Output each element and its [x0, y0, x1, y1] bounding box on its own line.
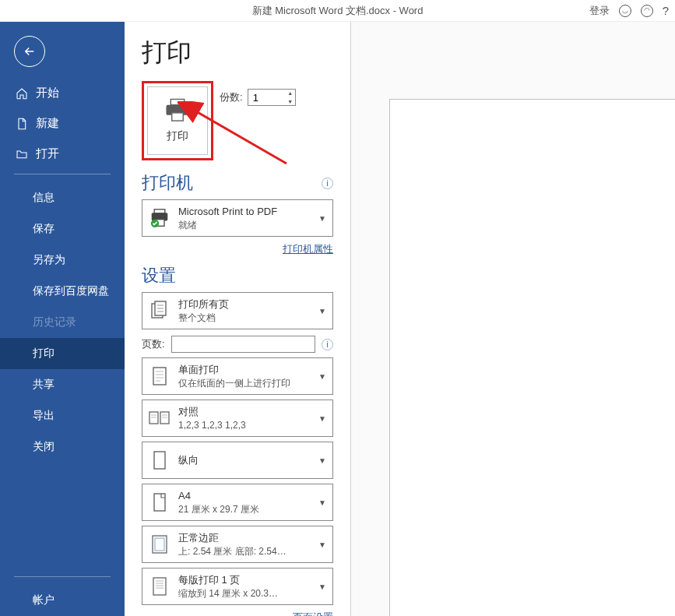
paper-icon [149, 492, 171, 512]
print-settings-pane: 打印 打印 份数: ▲ [125, 22, 350, 616]
pages-input[interactable] [171, 336, 315, 353]
sidebar-item-label: 保存 [33, 222, 54, 234]
chevron-down-icon: ▼ [318, 583, 326, 591]
chevron-down-icon: ▼ [318, 540, 326, 549]
sidebar-separator [14, 576, 111, 577]
portrait-icon [149, 450, 171, 470]
sidebar-separator [14, 174, 111, 174]
info-icon[interactable]: i [322, 178, 333, 189]
chevron-down-icon: ▼ [318, 214, 326, 223]
open-folder-icon [16, 148, 28, 160]
printer-heading: 打印机 [142, 171, 193, 195]
sidebar-item-save[interactable]: 保存 [0, 213, 125, 245]
page-title: 打印 [142, 36, 333, 70]
copies-control: 份数: ▲ ▼ [220, 89, 296, 106]
sidebar-item-label: 开始 [36, 86, 59, 100]
help-button[interactable]: ? [663, 4, 669, 17]
sad-face-icon[interactable]: ◠ [641, 5, 653, 17]
pages-per-sheet-icon [149, 576, 171, 597]
sidebar-item-export[interactable]: 导出 [0, 400, 125, 431]
sidebar-item-open[interactable]: 打开 [0, 139, 125, 169]
sidebar-item-print[interactable]: 打印 [0, 338, 125, 369]
back-arrow-icon [23, 44, 37, 58]
svg-rect-2 [172, 113, 184, 121]
sidebar-item-close[interactable]: 关闭 [0, 431, 125, 463]
dropdown-text: 纵向 [178, 453, 311, 467]
printer-selector[interactable]: Microsoft Print to PDF 就绪 ▼ [142, 199, 333, 237]
pages-per-sheet-selector[interactable]: 每版打印 1 页 缩放到 14 厘米 x 20.3… ▼ [142, 568, 333, 605]
settings-section-header: 设置 [142, 264, 333, 287]
sidebar-item-label: 打印 [33, 347, 54, 359]
sidebar-item-save-baidu[interactable]: 保存到百度网盘 [0, 276, 125, 307]
printer-properties-link[interactable]: 打印机属性 [283, 243, 333, 255]
dropdown-text: A4 21 厘米 x 29.7 厘米 [178, 489, 311, 516]
title-bar-right: 登录 ◡ ◠ ? [589, 4, 669, 18]
sidebar-item-new[interactable]: 新建 [0, 108, 125, 139]
backstage-sidebar: 开始 新建 打开 信息 保存 另存为 保存到百度网盘 历史记录 打印 共享 导出… [0, 22, 125, 616]
sidebar-item-account[interactable]: 帐户 [0, 585, 125, 616]
sidebar-item-saveas[interactable]: 另存为 [0, 245, 125, 276]
orientation-selector[interactable]: 纵向 ▼ [142, 442, 333, 479]
copies-input[interactable] [248, 92, 286, 104]
dropdown-line1: 对照 [178, 405, 311, 419]
svg-rect-16 [155, 538, 164, 551]
single-side-icon [149, 366, 171, 386]
sidebar-item-share[interactable]: 共享 [0, 369, 125, 400]
copies-label: 份数: [220, 90, 243, 104]
paper-size-selector[interactable]: A4 21 厘米 x 29.7 厘米 ▼ [142, 484, 333, 521]
sidebar-item-info[interactable]: 信息 [0, 182, 125, 213]
title-bar: 新建 Microsoft Word 文档.docx - Word 登录 ◡ ◠ … [0, 0, 675, 22]
document-title: 新建 Microsoft Word 文档.docx - Word [252, 4, 424, 18]
sidebar-item-label: 新建 [36, 116, 59, 131]
dropdown-line2: 21 厘米 x 29.7 厘米 [178, 503, 311, 516]
sidebar-item-label: 保存到百度网盘 [33, 284, 109, 297]
chevron-down-icon: ▼ [318, 307, 326, 315]
svg-rect-0 [171, 99, 184, 104]
page-setup-link[interactable]: 页面设置 [293, 611, 333, 616]
collate-selector[interactable]: 对照 1,2,3 1,2,3 1,2,3 ▼ [142, 400, 333, 437]
chevron-down-icon: ▼ [318, 456, 326, 465]
printer-status-icon [149, 209, 171, 227]
dropdown-line1: 每版打印 1 页 [178, 573, 311, 587]
pages-label: 页数: [142, 337, 165, 351]
printer-selector-text: Microsoft Print to PDF 就绪 [178, 205, 311, 231]
dropdown-line1: A4 [178, 489, 311, 503]
spinner-up[interactable]: ▲ [286, 89, 295, 97]
spinner-down[interactable]: ▼ [286, 97, 295, 106]
collate-icon [149, 410, 171, 427]
home-icon [16, 87, 28, 100]
pages-icon [149, 301, 171, 321]
dropdown-line2: 整个文档 [178, 312, 311, 324]
svg-rect-17 [153, 578, 166, 595]
login-link[interactable]: 登录 [589, 4, 610, 18]
smile-face-icon[interactable]: ◡ [619, 5, 631, 17]
preview-page [390, 100, 675, 616]
print-range-selector[interactable]: 打印所有页 整个文档 ▼ [142, 292, 333, 329]
dropdown-line2: 1,2,3 1,2,3 1,2,3 [178, 419, 311, 431]
dropdown-line1: 打印所有页 [178, 297, 311, 312]
sidebar-item-label: 帐户 [33, 593, 54, 606]
dropdown-text: 单面打印 仅在纸面的一侧上进行打印 [178, 363, 311, 389]
dropdown-line1: 单面打印 [178, 363, 311, 377]
chevron-down-icon: ▼ [318, 372, 326, 381]
sidebar-subgroup: 信息 保存 另存为 保存到百度网盘 历史记录 打印 共享 导出 关闭 [0, 182, 125, 463]
svg-point-3 [184, 107, 187, 110]
margins-icon [149, 534, 171, 554]
dropdown-line2: 缩放到 14 厘米 x 20.3… [178, 587, 311, 600]
sides-selector[interactable]: 单面打印 仅在纸面的一侧上进行打印 ▼ [142, 357, 333, 395]
content-area: 打印 打印 份数: ▲ [125, 22, 675, 616]
printer-name: Microsoft Print to PDF [178, 205, 311, 219]
sidebar-item-label: 共享 [33, 378, 54, 390]
info-icon[interactable]: i [322, 339, 333, 350]
sidebar-item-label: 信息 [33, 191, 54, 203]
svg-rect-10 [153, 368, 166, 385]
back-button[interactable] [14, 36, 45, 67]
chevron-down-icon: ▼ [318, 414, 326, 423]
margins-selector[interactable]: 正常边距 上: 2.54 厘米 底部: 2.54… ▼ [142, 526, 333, 563]
svg-rect-13 [154, 452, 165, 469]
print-button[interactable]: 打印 [147, 86, 208, 155]
dropdown-line2: 上: 2.54 厘米 底部: 2.54… [178, 545, 311, 558]
sidebar-item-home[interactable]: 开始 [0, 78, 125, 108]
dropdown-line1: 正常边距 [178, 531, 311, 545]
sidebar-item-label: 导出 [33, 409, 54, 421]
